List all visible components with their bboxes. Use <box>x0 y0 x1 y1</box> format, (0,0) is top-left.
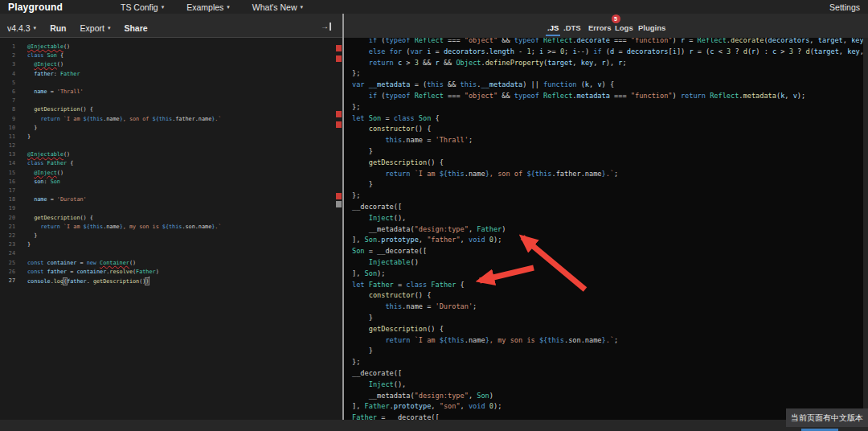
line-number: 23 <box>0 240 15 249</box>
code-line: 24 <box>0 249 342 258</box>
tab-errors[interactable]: Errors 5 <box>588 21 612 32</box>
code-line: } <box>352 146 863 158</box>
code-line: 20 getDescription() { <box>0 214 342 223</box>
code-line: __decorate([ <box>352 202 863 213</box>
right-scroll-gutter <box>863 38 868 420</box>
code-line: Injectable() <box>352 257 863 269</box>
code-line: return `I am ${this.name}, son of ${this… <box>352 169 863 180</box>
app-title: Playground <box>8 2 63 13</box>
code-line: 12 <box>0 142 342 150</box>
code-line: 22 } <box>0 232 342 240</box>
line-number: 25 <box>0 259 15 268</box>
code-line: 4 father: Father <box>0 70 342 79</box>
code-line: 17 <box>0 187 342 195</box>
line-number: 12 <box>0 142 15 150</box>
code-line: } <box>352 313 863 324</box>
line-number: 20 <box>0 214 15 223</box>
code-line: return c > 3 && r && Object.defineProper… <box>352 58 863 69</box>
code-line: ], Son); <box>352 269 863 280</box>
tab-logs[interactable]: Logs <box>615 21 633 32</box>
line-number: 21 <box>0 223 15 232</box>
code-line: 13@Injectable() <box>0 150 342 159</box>
code-line: let Son = class Son { <box>352 113 863 125</box>
code-line: getDescription() { <box>352 158 863 169</box>
code-line: }; <box>352 102 863 113</box>
tab-dts[interactable]: .DTS <box>563 21 581 32</box>
overview-ruler[interactable] <box>336 38 342 420</box>
editor-toolbar: v4.4.3 ▾ Run Export ▾ Share → <box>0 14 342 38</box>
code-line: __decorate([ <box>352 368 863 380</box>
code-line: } <box>352 179 863 191</box>
caret-down-icon: ▾ <box>301 4 304 10</box>
export-dropdown[interactable]: Export ▾ <box>80 23 111 33</box>
caret-down-icon: ▾ <box>227 4 230 10</box>
code-line: }; <box>352 191 863 202</box>
line-number: 3 <box>0 60 15 69</box>
menu-ts-config[interactable]: TS Config ▾ <box>121 2 164 12</box>
chinese-version-toast[interactable]: 当前页面有中文版本 <box>786 408 868 427</box>
code-line: 5 <box>0 79 342 88</box>
code-line: 27console.log(father. getDescription()) <box>0 277 342 285</box>
line-number: 22 <box>0 232 15 240</box>
code-line: Inject(), <box>352 380 863 391</box>
line-number: 6 <box>0 88 15 96</box>
code-line: 26const father = container.resolve(Fathe… <box>0 268 342 277</box>
line-number: 18 <box>0 195 15 204</box>
error-mark <box>336 121 342 128</box>
line-number: 15 <box>0 169 15 178</box>
code-line: this.name = 'Thrall'; <box>352 135 863 146</box>
settings-link[interactable]: Settings <box>829 2 860 12</box>
line-number: 7 <box>0 96 15 105</box>
version-dropdown[interactable]: v4.4.3 ▾ <box>7 23 36 33</box>
code-line: } <box>352 346 863 357</box>
error-mark <box>336 111 342 117</box>
code-line: getDescription() { <box>352 324 863 335</box>
code-line: if (typeof Reflect === "object" && typeo… <box>352 91 863 102</box>
line-number: 13 <box>0 150 15 159</box>
collapse-sidebar-icon[interactable]: → <box>321 23 331 31</box>
typescript-editor[interactable]: 1@Injectable()2class Son {3 @Inject()4 f… <box>0 38 342 420</box>
code-line: 25const container = new Container() <box>0 259 342 268</box>
error-mark <box>336 45 342 51</box>
line-number: 14 <box>0 159 15 168</box>
code-line: 2class Son { <box>0 51 342 60</box>
code-line: 16 son: Son <box>0 178 342 187</box>
share-button[interactable]: Share <box>124 23 147 33</box>
caret-down-icon: ▾ <box>108 25 111 31</box>
line-number: 16 <box>0 178 15 187</box>
code-line: 19 <box>0 204 342 213</box>
code-line: var __metadata = (this && this.__metadat… <box>352 80 863 91</box>
code-line: Son = __decorate([ <box>352 246 863 257</box>
code-line: 14class Father { <box>0 159 342 168</box>
line-number: 9 <box>0 115 15 124</box>
code-line: constructor() { <box>352 124 863 135</box>
js-output-code: if (typeof Reflect === "object" && typeo… <box>352 38 863 420</box>
line-number: 2 <box>0 51 15 60</box>
line-number: 11 <box>0 133 15 142</box>
menu-examples[interactable]: Examples ▾ <box>186 2 230 12</box>
code-line: Inject(), <box>352 213 863 224</box>
line-number: 24 <box>0 249 15 258</box>
js-output-pane[interactable]: if (typeof Reflect === "object" && typeo… <box>344 38 863 420</box>
caret-down-icon: ▾ <box>34 25 37 31</box>
code-line: let Father = class Father { <box>352 280 863 291</box>
line-number: 17 <box>0 187 15 195</box>
error-mark <box>336 201 342 207</box>
toolbar: v4.4.3 ▾ Run Export ▾ Share → .JS .DTS E… <box>0 14 868 38</box>
run-button[interactable]: Run <box>50 23 66 33</box>
tab-js[interactable]: .JS <box>547 21 559 32</box>
line-number: 19 <box>0 204 15 213</box>
code-line: 18 name = 'Durotan' <box>0 195 342 204</box>
code-line: if (typeof Reflect === "object" && typeo… <box>352 38 863 47</box>
line-number: 5 <box>0 79 15 88</box>
code-line: 1@Injectable() <box>0 43 342 51</box>
tab-plugins[interactable]: Plugins <box>638 21 665 32</box>
code-line: 9 return `I am ${this.name}, son of ${th… <box>0 115 342 124</box>
code-line: 21 return `I am ${this.name}, my son is … <box>0 223 342 232</box>
typescript-code: 1@Injectable()2class Son {3 @Inject()4 f… <box>0 38 342 285</box>
code-line: this.name = 'Durotan'; <box>352 302 863 313</box>
code-line: }; <box>352 357 863 368</box>
pane-divider[interactable] <box>342 14 344 420</box>
menu-whats-new[interactable]: What's New ▾ <box>252 2 303 12</box>
line-number: 8 <box>0 105 15 114</box>
